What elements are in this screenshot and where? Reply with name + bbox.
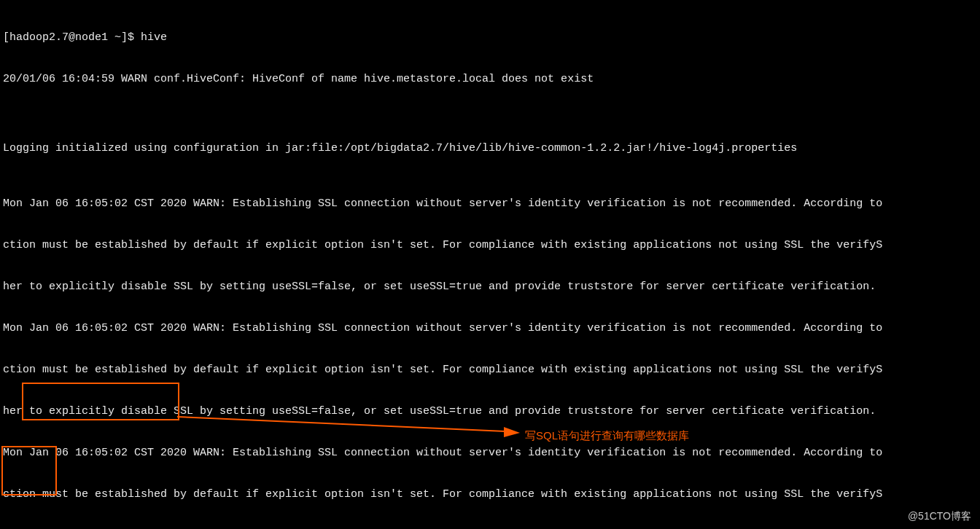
logging-line: Logging initialized using configuration … [3, 141, 979, 155]
ssl-warn-line: ction must be established by default if … [3, 487, 979, 501]
ssl-warn-line: ction must be established by default if … [3, 363, 979, 377]
ssl-warn-line: her to explicitly disable SSL by setting… [3, 404, 979, 418]
terminal-output[interactable]: [hadoop2.7@node1 ~]$ hive 20/01/06 16:04… [0, 0, 980, 529]
ssl-warn-line: ction must be established by default if … [3, 238, 979, 252]
ssl-warn-line: Mon Jan 06 16:05:02 CST 2020 WARN: Estab… [3, 197, 979, 211]
ssl-warn-line: her to explicitly disable SSL by setting… [3, 280, 979, 294]
ssl-warn-line: Mon Jan 06 16:05:02 CST 2020 WARN: Estab… [3, 321, 979, 335]
shell-prompt-line: [hadoop2.7@node1 ~]$ hive [3, 31, 979, 44]
warn-line: 20/01/06 16:04:59 WARN conf.HiveConf: Hi… [3, 72, 979, 86]
ssl-warn-line: Mon Jan 06 16:05:02 CST 2020 WARN: Estab… [3, 446, 979, 460]
watermark-text: @51CTO博客 [908, 509, 971, 523]
